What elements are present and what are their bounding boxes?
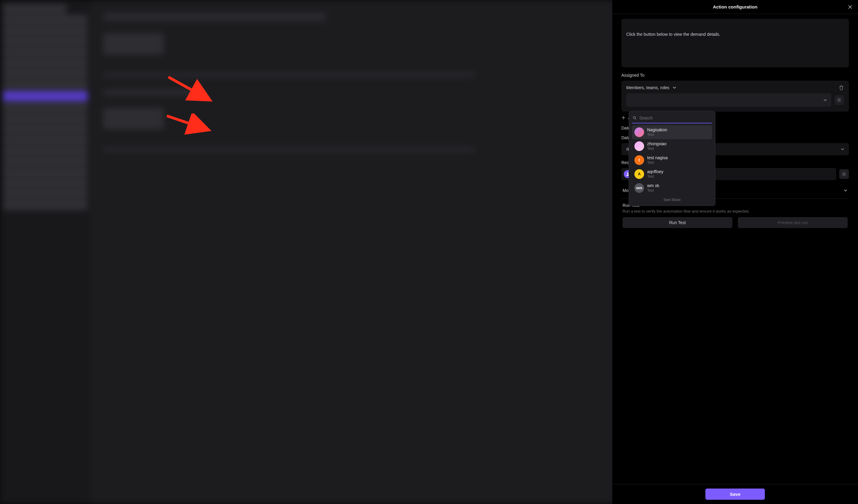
preview-text: Click the button below to view the deman…	[626, 32, 720, 37]
gear-icon	[842, 172, 846, 177]
avatar	[634, 141, 644, 151]
avatar: wm	[634, 183, 644, 193]
see-more-link[interactable]: See More	[632, 195, 712, 202]
assignee-settings-button[interactable]	[834, 95, 844, 105]
dropdown-item[interactable]: ttest nagisaTest	[632, 153, 712, 167]
panel-footer: Save	[612, 484, 858, 504]
close-icon	[848, 4, 853, 10]
dropdown-item[interactable]: AaqnffoeyTest	[632, 167, 712, 181]
panel-title: Action configuration	[713, 4, 758, 10]
dropdown-item-sub: Test	[647, 160, 668, 165]
svg-point-2	[839, 99, 840, 101]
dropdown-search[interactable]	[632, 114, 712, 124]
preview-last-run-button[interactable]: Preview last run	[738, 217, 848, 228]
chevron-down-icon	[840, 147, 845, 151]
svg-point-6	[843, 174, 845, 175]
dropdown-item-sub: Test	[647, 174, 663, 179]
dropdown-item-sub: Test	[647, 188, 659, 193]
avatar	[634, 127, 644, 137]
dropdown-item-name: aqnffoey	[647, 169, 663, 174]
dropdown-item[interactable]: zhongxiaoTest	[632, 139, 712, 153]
recipient-settings-button[interactable]	[839, 169, 849, 179]
dropdown-item-sub: Test	[647, 146, 667, 151]
assigned-to-label: Assigned To	[621, 73, 849, 78]
assignee-dropdown: NagisakonTestzhongxiaoTestttest nagisaTe…	[629, 111, 715, 206]
dropdown-item-name: wm xk	[647, 183, 659, 188]
assigned-type-label: Members, teams, roles	[626, 85, 669, 90]
run-test-button[interactable]: Run Test	[623, 217, 732, 228]
trash-icon[interactable]	[839, 85, 844, 91]
assignee-select[interactable]	[626, 93, 831, 107]
chevron-down-icon	[672, 85, 677, 90]
content-preview: Click the button below to view the deman…	[621, 19, 849, 67]
action-config-panel: Action configuration Click the button be…	[612, 0, 858, 504]
dropdown-item-sub: Test	[647, 132, 667, 137]
dropdown-item[interactable]: wmwm xkTest	[632, 181, 712, 195]
gear-icon	[837, 98, 842, 102]
dropdown-item-name: Nagisakon	[647, 127, 667, 132]
panel-body[interactable]: Click the button below to view the deman…	[612, 14, 858, 484]
svg-point-5	[627, 173, 629, 174]
dropdown-item-name: test nagisa	[647, 155, 668, 160]
chevron-down-icon	[823, 98, 827, 102]
panel-header: Action configuration	[612, 0, 858, 14]
assigned-type-select[interactable]: Members, teams, roles	[626, 85, 677, 90]
close-button[interactable]	[846, 3, 854, 11]
avatar: t	[634, 155, 644, 165]
run-test-desc: Run a test to verify the automation flow…	[623, 209, 848, 213]
chevron-down-icon	[843, 188, 848, 193]
save-button[interactable]: Save	[705, 489, 765, 500]
avatar: A	[634, 169, 644, 179]
svg-line-4	[635, 118, 636, 119]
search-icon	[633, 116, 637, 120]
dropdown-item-name: zhongxiao	[647, 141, 667, 146]
dropdown-search-input[interactable]	[639, 116, 712, 120]
svg-point-3	[633, 116, 635, 118]
assigned-to-box: Members, teams, roles Nagisa	[621, 81, 849, 112]
dropdown-item[interactable]: NagisakonTest	[632, 125, 712, 139]
plus-icon	[621, 116, 625, 120]
